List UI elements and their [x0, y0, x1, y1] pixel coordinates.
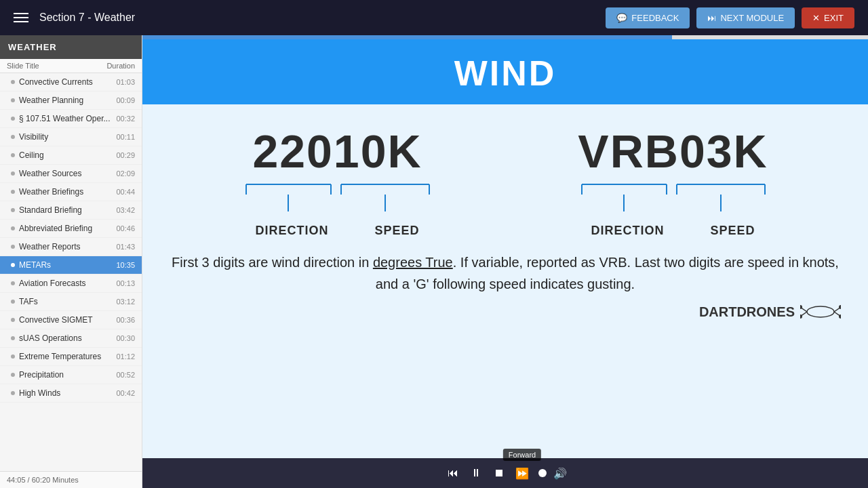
sidebar-item-13[interactable]: Convective SIGMET 00:36: [0, 311, 142, 329]
main-content: WEATHER Slide Title Duration Convective …: [0, 35, 868, 488]
sidebar-duration-2: 00:32: [116, 115, 135, 123]
sidebar-label-14: sUAS Operations: [19, 333, 116, 343]
stop-button[interactable]: ⏹: [490, 464, 509, 483]
sidebar-bullet-5: [11, 171, 15, 176]
label-row-2: DIRECTION SPEED: [568, 224, 778, 238]
sidebar-duration-3: 00:11: [116, 133, 135, 141]
sidebar-label-11: Aviation Forecasts: [19, 279, 116, 288]
slide-area: WIND 22010K: [142, 35, 868, 488]
wind-code-2-value: VRB03K: [578, 125, 768, 178]
sidebar-bullet-9: [11, 245, 15, 249]
sidebar-label-10: METARs: [19, 260, 116, 270]
wind-code-1: 22010K: [233, 125, 443, 238]
sidebar-bullet-4: [11, 153, 15, 157]
sidebar-header: WEATHER: [0, 35, 142, 59]
feedback-button[interactable]: 💬 FEEDBACK: [606, 7, 690, 28]
sidebar-item-9[interactable]: Weather Reports 01:43: [0, 238, 142, 256]
sidebar-bullet-8: [11, 226, 15, 230]
sidebar-label-1: Weather Planning: [19, 96, 116, 105]
sidebar-item-16[interactable]: Precipitation 00:52: [0, 366, 142, 384]
sidebar-label-9: Weather Reports: [19, 242, 116, 251]
header-left: Section 7 - Weather: [14, 12, 135, 24]
sidebar-bullet-12: [11, 300, 15, 304]
sidebar-items: Convective Currents 01:03 Weather Planni…: [0, 73, 142, 471]
sidebar-bullet-2: [11, 117, 15, 121]
sidebar-item-4[interactable]: Ceiling 00:29: [0, 146, 142, 165]
sidebar-item-5[interactable]: Weather Sources 02:09: [0, 165, 142, 183]
sidebar-label-5: Weather Sources: [19, 169, 116, 178]
sidebar-item-10[interactable]: METARs 10:35: [0, 256, 142, 274]
sidebar-duration-0: 01:03: [116, 78, 135, 86]
sidebar-bullet-14: [11, 336, 15, 340]
exit-button[interactable]: ✕ EXIT: [802, 7, 854, 28]
slide-container: WIND 22010K: [142, 39, 868, 458]
sidebar-duration-9: 01:43: [116, 243, 135, 251]
sidebar-duration-15: 01:12: [116, 352, 135, 361]
sidebar-duration-14: 00:30: [116, 334, 135, 342]
pause-button[interactable]: ⏸: [467, 464, 486, 483]
sidebar-item-6[interactable]: Weather Briefings 00:44: [0, 183, 142, 201]
sidebar-columns: Slide Title Duration: [0, 59, 142, 73]
sidebar-duration-16: 00:52: [116, 371, 135, 379]
slide-body: 22010K: [142, 104, 868, 458]
next-icon: ⏭: [707, 13, 716, 23]
sidebar-duration-6: 00:44: [116, 188, 135, 196]
sidebar-duration-11: 00:13: [116, 279, 135, 287]
sidebar-duration-12: 03:12: [116, 298, 135, 306]
description-text: First 3 digits are wind direction in deg…: [170, 251, 841, 295]
slide-title: WIND: [142, 53, 868, 94]
sidebar-bullet-7: [11, 208, 15, 212]
sidebar: WEATHER Slide Title Duration Convective …: [0, 35, 142, 488]
sidebar-label-4: Ceiling: [19, 150, 116, 160]
sidebar-bullet-0: [11, 80, 15, 84]
hamburger-menu[interactable]: [14, 13, 28, 22]
controls-wrapper: ⏮ ⏸ ⏹ ⏩ Forward 🔊: [443, 464, 567, 483]
next-module-button[interactable]: ⏭ NEXT MODULE: [696, 7, 795, 28]
feedback-icon: 💬: [616, 13, 627, 23]
timeline-dot: [538, 469, 547, 477]
header-actions: 💬 FEEDBACK ⏭ NEXT MODULE ✕ EXIT: [606, 7, 854, 28]
sidebar-item-15[interactable]: Extreme Temperatures 01:12: [0, 348, 142, 366]
sidebar-bullet-17: [11, 391, 15, 395]
sidebar-label-12: TAFs: [19, 297, 116, 306]
forward-button[interactable]: ⏩: [513, 464, 532, 483]
sidebar-bullet-1: [11, 98, 15, 102]
sidebar-duration-5: 02:09: [116, 169, 135, 178]
sidebar-bullet-3: [11, 135, 15, 139]
bracket-svg-1: [233, 178, 443, 218]
rewind-button[interactable]: ⏮: [443, 464, 462, 483]
page-title: Section 7 - Weather: [39, 12, 135, 24]
sidebar-duration-10: 10:35: [116, 261, 135, 269]
sidebar-item-2[interactable]: § 107.51 Weather Oper... 00:32: [0, 110, 142, 128]
spd-label-1: SPEED: [374, 224, 419, 238]
sidebar-duration-17: 00:42: [116, 389, 135, 397]
sidebar-label-17: High Winds: [19, 388, 116, 398]
sidebar-duration-8: 00:46: [116, 224, 135, 232]
sidebar-label-8: Abbreviated Briefing: [19, 224, 116, 233]
sidebar-item-0[interactable]: Convective Currents 01:03: [0, 73, 142, 92]
sidebar-label-7: Standard Briefing: [19, 205, 116, 215]
bottom-controls: ⏮ ⏸ ⏹ ⏩ Forward 🔊: [142, 458, 868, 488]
svg-point-16: [807, 306, 834, 317]
volume-button[interactable]: 🔊: [553, 467, 567, 480]
dartdrones-logo: DARTDRONES: [170, 302, 841, 322]
sidebar-item-7[interactable]: Standard Briefing 03:42: [0, 201, 142, 220]
sidebar-item-14[interactable]: sUAS Operations 00:30: [0, 329, 142, 348]
sidebar-item-8[interactable]: Abbreviated Briefing 00:46: [0, 220, 142, 238]
sidebar-duration-1: 00:09: [116, 96, 135, 104]
sidebar-item-12[interactable]: TAFs 03:12: [0, 293, 142, 311]
sidebar-label-3: Visibility: [19, 132, 116, 142]
sidebar-label-15: Extreme Temperatures: [19, 352, 116, 361]
sidebar-label-2: § 107.51 Weather Oper...: [19, 114, 116, 123]
sidebar-item-1[interactable]: Weather Planning 00:09: [0, 92, 142, 110]
sidebar-duration-13: 00:36: [116, 316, 135, 324]
sidebar-bullet-16: [11, 373, 15, 377]
slide-blue-header: WIND: [142, 39, 868, 104]
sidebar-item-3[interactable]: Visibility 00:11: [0, 128, 142, 146]
sidebar-item-17[interactable]: High Winds 00:42: [0, 384, 142, 403]
drone-icon: [800, 302, 841, 322]
sidebar-item-11[interactable]: Aviation Forecasts 00:13: [0, 274, 142, 293]
sidebar-bullet-13: [11, 318, 15, 322]
wind-code-2: VRB03K: [568, 125, 778, 238]
sidebar-bullet-10: [11, 263, 15, 267]
